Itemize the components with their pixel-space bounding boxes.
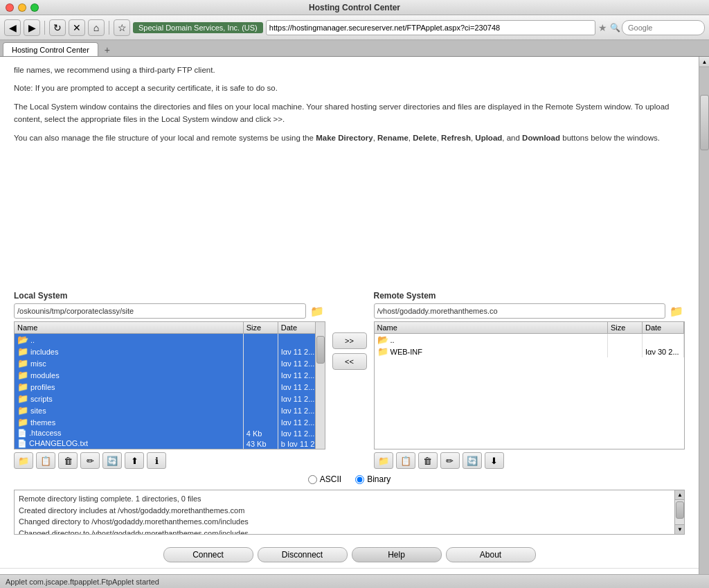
table-row[interactable]: 📁 themes Ιαν 11 2... (15, 416, 324, 428)
table-row[interactable]: 📂 .. (375, 334, 684, 346)
table-row[interactable]: 📂 .. (15, 334, 324, 346)
remote-col-name[interactable]: Name (375, 322, 608, 334)
log-line-1: Remote directory listing complete. 1 dir… (19, 493, 680, 505)
remote-copy-btn[interactable]: 📋 (396, 452, 415, 469)
site-badge[interactable]: Special Domain Services, Inc. (US) (133, 22, 263, 33)
remote-col-size[interactable]: Size (608, 322, 643, 334)
log-scrollbar[interactable]: ▲ ▼ (674, 490, 684, 534)
remote-download-btn[interactable]: ⬇ (485, 452, 504, 469)
remote-delete-btn[interactable]: 🗑 (418, 452, 438, 469)
transfer-forward-btn[interactable]: >> (332, 332, 367, 349)
local-scrollbar-thumb[interactable] (316, 336, 325, 364)
remote-col-date[interactable]: Date (643, 322, 684, 334)
table-row[interactable]: 📁 WEB-INF Ιαν 30 2... (375, 346, 684, 357)
file-size (243, 393, 278, 404)
file-size (608, 346, 643, 357)
remote-file-table-container: Name Size Date 📂 .. (374, 321, 685, 449)
table-row[interactable]: 📁 includes Ιαν 11 2... (15, 346, 324, 357)
log-line-4: Changed directory to /vhost/godaddy.more… (19, 528, 680, 535)
forward-button[interactable]: ▶ (24, 19, 40, 36)
file-size (243, 416, 278, 428)
local-rename-btn[interactable]: ✏ (80, 452, 100, 469)
close-button[interactable] (6, 3, 14, 12)
local-file-scrollbar[interactable] (315, 322, 325, 449)
reload-button[interactable]: ↻ (49, 19, 66, 36)
page-area: file names, we recommend using a third-p… (0, 57, 699, 588)
new-tab-button[interactable]: + (101, 44, 114, 56)
file-name: 📂 .. (15, 334, 243, 346)
back-button[interactable]: ◀ (4, 19, 21, 36)
remote-browse-icon[interactable]: 📁 (668, 303, 685, 319)
table-row[interactable]: 📁 scripts Ιαν 11 2... (15, 393, 324, 404)
bookmark-button[interactable]: ☆ (114, 19, 130, 36)
scroll-track[interactable] (699, 67, 709, 578)
right-scrollbar[interactable]: ▲ ▼ (699, 57, 709, 588)
remote-path-row: 📁 (374, 303, 685, 319)
log-scrollbar-thumb[interactable] (676, 501, 684, 519)
table-row[interactable]: 📁 modules Ιαν 11 2... (15, 369, 324, 381)
local-path-row: 📁 (14, 303, 325, 319)
remote-path-input[interactable] (374, 303, 666, 319)
local-browse-icon[interactable]: 📁 (309, 303, 325, 319)
help-button[interactable]: Help (352, 547, 442, 562)
connect-button[interactable]: Connect (163, 547, 253, 562)
local-copy-btn[interactable]: 📋 (36, 452, 55, 469)
stop-button[interactable]: ✕ (69, 19, 85, 36)
instruction-note1: Note: If you are prompted to accept a se… (14, 82, 685, 94)
table-row[interactable]: 📄 .htaccess 4 Kb Ιαν 11 2... (15, 428, 324, 438)
file-date: b Ιαν 11 2... (278, 449, 324, 449)
remote-file-ops: 📁 📋 🗑 ✏ 🔄 ⬇ (374, 452, 685, 469)
local-system-panel: Local System 📁 Name Size Date (14, 291, 325, 469)
ascii-radio[interactable] (308, 475, 317, 484)
instruction-note3: You can also manage the file structure o… (14, 132, 685, 144)
file-size (608, 334, 643, 346)
remote-rename-btn[interactable]: ✏ (440, 452, 460, 469)
log-scroll-down[interactable]: ▼ (675, 524, 685, 534)
local-upload-btn[interactable]: ⬆ (125, 452, 144, 469)
toolbar-separator (44, 21, 45, 35)
local-file-table: Name Size Date 📂 .. (15, 322, 325, 449)
home-button[interactable]: ⌂ (88, 19, 105, 36)
file-size: 988 b (243, 449, 278, 449)
status-text: Applet com.jscape.ftpapplet.FtpApplet st… (6, 578, 159, 586)
local-path-input[interactable] (14, 303, 306, 319)
transfer-backward-btn[interactable]: << (332, 353, 367, 370)
log-scroll-up[interactable]: ▲ (675, 490, 685, 500)
maximize-button[interactable] (30, 3, 39, 12)
file-name: 📁 themes (15, 416, 243, 428)
tab-hosting-control-center[interactable]: Hosting Control Center (3, 42, 98, 56)
minimize-button[interactable] (18, 3, 26, 12)
ftp-columns: Local System 📁 Name Size Date (14, 291, 685, 469)
local-delete-btn[interactable]: 🗑 (58, 452, 78, 469)
table-row[interactable]: 📁 misc Ιαν 11 2... (15, 357, 324, 369)
remote-mkdir-btn[interactable]: 📁 (374, 452, 393, 469)
disconnect-button[interactable]: Disconnect (258, 547, 348, 562)
url-input[interactable] (266, 20, 595, 35)
instruction-line1: file names, we recommend using a third-p… (14, 64, 685, 76)
remote-refresh-btn[interactable]: 🔄 (463, 452, 482, 469)
table-row[interactable]: 📁 profiles Ιαν 11 2... (15, 381, 324, 393)
search-input[interactable] (622, 20, 705, 35)
local-refresh-btn[interactable]: 🔄 (102, 452, 122, 469)
table-row[interactable]: 📄 CHANGELOG.txt 43 Kb b Ιαν 11 2... (15, 438, 324, 449)
local-col-size[interactable]: Size (243, 322, 278, 334)
local-mkdir-btn[interactable]: 📁 (14, 452, 33, 469)
table-row[interactable]: 📁 sites Ιαν 11 2... (15, 404, 324, 416)
table-row[interactable]: 📄 COPYRIGHT.txt 988 b b Ιαν 11 2... (15, 449, 324, 449)
scroll-up-arrow[interactable]: ▲ (699, 57, 709, 67)
ascii-option[interactable]: ASCII (308, 474, 341, 484)
remote-system-title: Remote System (374, 291, 685, 301)
window-controls (6, 3, 39, 12)
file-date (643, 334, 684, 346)
local-col-name[interactable]: Name (15, 322, 243, 334)
binary-radio[interactable] (355, 475, 364, 484)
file-size (243, 357, 278, 369)
local-info-btn[interactable]: ℹ (147, 452, 166, 469)
toolbar-separator-2 (109, 21, 109, 35)
binary-option[interactable]: Binary (355, 474, 391, 484)
scroll-thumb[interactable] (700, 95, 709, 150)
file-date: Ιαν 30 2... (643, 346, 684, 357)
about-button[interactable]: About (446, 547, 536, 562)
page-scroll[interactable]: file names, we recommend using a third-p… (0, 57, 699, 284)
favorite-icon[interactable]: ★ (598, 22, 607, 33)
